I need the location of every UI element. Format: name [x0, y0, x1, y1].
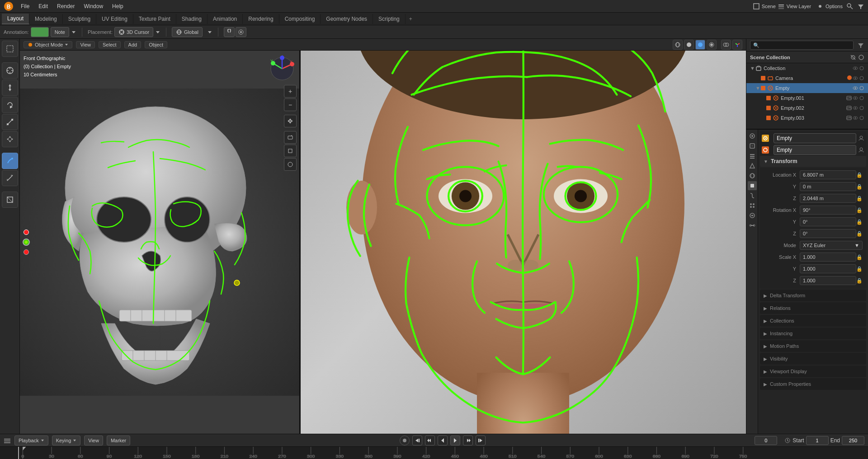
rotation-x-value[interactable]: 90°	[800, 206, 856, 215]
fake-user-icon-2[interactable]	[858, 147, 864, 153]
annotation-type-btn[interactable]: Note	[51, 27, 69, 37]
restrict-icon-5[interactable]	[859, 105, 864, 111]
outliner-empty-selected[interactable]: ▼ Empty	[746, 83, 868, 93]
tab-animation[interactable]: Animation	[208, 14, 243, 24]
outliner-empty-003[interactable]: Empty.003	[746, 113, 868, 123]
rotation-z-value[interactable]: 0°	[800, 229, 856, 238]
delta-transform-header[interactable]: ▶ Delta Transform	[764, 290, 863, 300]
outliner-empty-002[interactable]: Empty.002	[746, 103, 868, 113]
start-frame-input[interactable]	[806, 436, 829, 445]
eye-icon-4[interactable]	[853, 95, 858, 101]
jump-end-btn[interactable]	[476, 436, 486, 445]
marker-btn[interactable]: Marker	[107, 436, 130, 445]
wireframe-btn[interactable]	[673, 40, 683, 50]
lock-ry-icon[interactable]: 🔒	[856, 219, 863, 225]
proportional-edit-btn[interactable]	[236, 27, 246, 37]
tab-shading[interactable]: Shading	[176, 14, 208, 24]
restrict-icon[interactable]	[858, 54, 864, 61]
fake-user-icon[interactable]	[858, 135, 864, 141]
placement-cursor-btn[interactable]: 3D Cursor	[114, 27, 153, 37]
gizmo-area[interactable]: X Y Z	[269, 55, 296, 84]
viewport-divider[interactable]	[299, 51, 301, 434]
select-box-tool[interactable]	[2, 41, 18, 57]
skull-viewport[interactable]: Front Orthographic (0) Collection | Empt…	[20, 51, 300, 434]
record-btn[interactable]	[400, 436, 410, 445]
search-icon[interactable]	[846, 3, 854, 10]
collections-header[interactable]: ▶ Collections	[764, 316, 863, 326]
rendered-btn[interactable]	[707, 40, 717, 50]
visibility-header[interactable]: ▶ Visibility	[764, 354, 863, 364]
rotation-y-value[interactable]: 0°	[800, 217, 856, 226]
viewport-display-header[interactable]: ▶ Viewport Display	[764, 366, 863, 376]
overlays-btn[interactable]	[721, 40, 731, 50]
transform-header[interactable]: ▼ Transform	[760, 156, 866, 167]
location-y-value[interactable]: 0 m	[800, 182, 856, 191]
filter-icon[interactable]	[857, 3, 864, 10]
playback-btn[interactable]: Playback	[14, 436, 48, 445]
timeline-menu-icon[interactable]	[4, 437, 11, 444]
eye-icon-3[interactable]	[853, 85, 858, 91]
scale-x-value[interactable]: 1.000	[800, 253, 856, 262]
outliner-collection[interactable]: ▼ Collection	[746, 63, 868, 73]
restrict-icon-3[interactable]	[859, 85, 864, 91]
step-back-btn[interactable]	[425, 436, 435, 445]
object-name-input-top[interactable]	[774, 133, 856, 143]
menu-help[interactable]: Help	[108, 2, 127, 10]
measure-tool[interactable]	[2, 170, 18, 186]
lock-sz-icon[interactable]: 🔒	[856, 278, 863, 284]
output-props-tab[interactable]	[748, 141, 757, 150]
menu-edit[interactable]: Edit	[35, 2, 52, 10]
scene-name[interactable]: Scene	[762, 4, 776, 9]
move-tool[interactable]	[2, 80, 18, 96]
annotation-color-btn[interactable]	[31, 27, 49, 37]
view-menu-btn[interactable]: View	[76, 41, 95, 48]
outliner-camera[interactable]: Camera	[746, 73, 868, 83]
current-frame-input[interactable]	[755, 436, 777, 445]
jump-start-btn[interactable]	[412, 436, 422, 445]
transform-tool[interactable]	[2, 131, 18, 147]
pan-btn[interactable]: ✥	[284, 115, 297, 127]
scale-z-value[interactable]: 1.000	[800, 276, 856, 285]
rotate-tool[interactable]	[2, 97, 18, 113]
menu-window[interactable]: Window	[80, 2, 107, 10]
constraint-props-tab[interactable]	[748, 221, 757, 230]
eye-icon-6[interactable]	[853, 115, 858, 121]
filter-outliner-icon[interactable]	[857, 42, 864, 49]
restrict-icon-2[interactable]	[859, 75, 864, 81]
menu-file[interactable]: File	[17, 2, 33, 10]
cursor-tool[interactable]	[2, 62, 18, 79]
outliner-empty-001[interactable]: Empty.001	[746, 93, 868, 103]
lock-rz-icon[interactable]: 🔒	[856, 231, 863, 237]
restrict-view-icon[interactable]	[859, 66, 864, 71]
tab-texture-paint[interactable]: Texture Paint	[133, 14, 176, 24]
chevron-down-icon-2[interactable]	[155, 29, 160, 35]
annotate-tool[interactable]	[2, 153, 18, 169]
scale-y-value[interactable]: 1.000	[800, 264, 856, 273]
zoom-out-btn[interactable]: −	[284, 98, 297, 111]
view-layer-props-tab[interactable]	[748, 151, 757, 160]
tab-add-button[interactable]: +	[406, 14, 416, 24]
eye-icon[interactable]	[853, 66, 858, 71]
hide-icon[interactable]	[850, 54, 856, 61]
tab-rendering[interactable]: Rendering	[243, 14, 279, 24]
restrict-icon-6[interactable]	[859, 115, 864, 121]
chevron-down-icon[interactable]	[71, 29, 76, 35]
world-props-tab[interactable]	[748, 171, 757, 180]
modifier-props-tab[interactable]	[748, 191, 757, 200]
select-menu-btn[interactable]: Select	[99, 41, 121, 48]
location-z-value[interactable]: 2.0448 m	[800, 194, 856, 203]
tab-geometry-nodes[interactable]: Geometry Nodes	[321, 14, 373, 24]
particle-props-tab[interactable]	[748, 201, 757, 210]
lock-z-icon[interactable]: 🔒	[856, 196, 863, 201]
tab-sculpting[interactable]: Sculpting	[63, 14, 96, 24]
solid-shading-btn[interactable]	[684, 40, 694, 50]
relations-header[interactable]: ▶ Relations	[764, 303, 863, 313]
gizmo-sphere[interactable]: X Y Z	[269, 55, 296, 82]
lock-rx-icon[interactable]: 🔒	[856, 207, 863, 213]
step-forward-btn[interactable]	[463, 436, 473, 445]
play-back-btn[interactable]	[438, 436, 448, 445]
material-preview-btn[interactable]	[695, 40, 705, 50]
mode-dropdown[interactable]: XYZ Euler ▼	[800, 241, 863, 250]
tab-uv-editing[interactable]: UV Editing	[96, 14, 133, 24]
tab-scripting[interactable]: Scripting	[373, 14, 406, 24]
